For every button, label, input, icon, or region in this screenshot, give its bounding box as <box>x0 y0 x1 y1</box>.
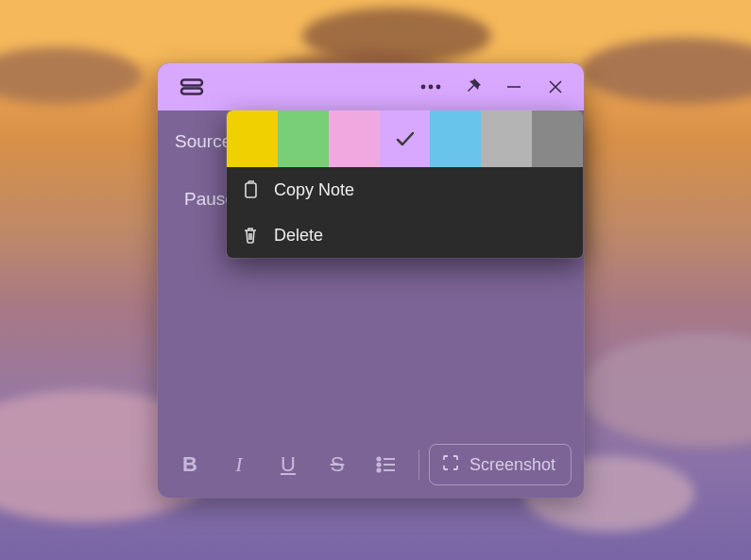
wallpaper-cloud <box>0 47 142 104</box>
copy-icon <box>240 180 261 199</box>
svg-point-2 <box>421 85 426 90</box>
color-swatch-blue[interactable] <box>430 110 481 167</box>
delete-label: Delete <box>274 226 323 246</box>
wallpaper-cloud <box>581 38 751 104</box>
color-swatch-darkgray[interactable] <box>532 110 583 167</box>
underline-button[interactable]: U <box>265 446 311 484</box>
minimize-icon[interactable] <box>493 66 535 108</box>
svg-point-8 <box>377 457 380 460</box>
toolbar-separator <box>418 450 419 480</box>
screenshot-icon <box>441 453 460 477</box>
checkmark-icon <box>393 127 418 151</box>
color-picker-row <box>227 110 583 167</box>
screenshot-button[interactable]: Screenshot <box>429 444 572 485</box>
close-icon[interactable] <box>535 66 576 108</box>
bullet-list-button[interactable] <box>364 446 409 484</box>
color-swatch-gray[interactable] <box>481 110 532 167</box>
color-swatch-green[interactable] <box>278 110 329 167</box>
menu-toggle-icon[interactable] <box>171 66 213 108</box>
svg-point-10 <box>377 463 380 466</box>
trash-icon <box>240 226 261 245</box>
svg-rect-0 <box>181 80 202 86</box>
svg-point-4 <box>436 85 441 90</box>
italic-button[interactable]: I <box>216 446 262 484</box>
color-swatch-pink[interactable] <box>329 110 380 167</box>
strikethrough-button[interactable]: S <box>315 446 360 484</box>
screenshot-label: Screenshot <box>469 455 555 475</box>
pin-icon[interactable] <box>452 66 493 108</box>
svg-point-12 <box>377 468 380 471</box>
format-toolbar: B I U S Screenshot <box>158 437 584 498</box>
svg-rect-1 <box>181 89 202 94</box>
delete-item[interactable]: Delete <box>227 212 583 258</box>
wallpaper-cloud <box>581 333 751 447</box>
svg-rect-14 <box>246 183 256 197</box>
copy-note-label: Copy Note <box>274 180 354 200</box>
more-options-icon[interactable] <box>410 66 452 108</box>
note-options-menu: Copy Note Delete <box>227 110 583 258</box>
titlebar <box>158 63 584 110</box>
color-swatch-yellow[interactable] <box>227 110 278 167</box>
wallpaper-cloud <box>302 8 491 64</box>
color-swatch-purple[interactable] <box>380 110 431 167</box>
copy-note-item[interactable]: Copy Note <box>227 167 583 212</box>
svg-point-3 <box>429 85 434 90</box>
bold-button[interactable]: B <box>167 446 213 484</box>
